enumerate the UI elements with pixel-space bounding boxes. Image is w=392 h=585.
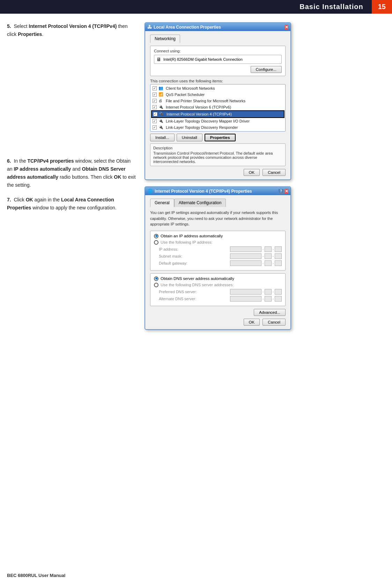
item-icon: 🔌 xyxy=(158,125,164,130)
obtain-ip-label: Obtain an IP address automatically xyxy=(161,234,223,238)
default-gateway-row: Default gateway: · · xyxy=(154,260,282,266)
item-checkbox[interactable] xyxy=(153,112,157,116)
list-item[interactable]: 🔌Link-Layer Topology Discovery Mapper I/… xyxy=(151,118,284,124)
dialog2-final-btns: OK Cancel xyxy=(150,319,286,326)
subnet-mask-row: Subnet mask: · · xyxy=(154,253,282,259)
configure-btn[interactable]: Configure... xyxy=(251,66,282,73)
page-number: 15 xyxy=(372,0,392,14)
item-icon: 👥 xyxy=(158,86,164,91)
lan-properties-dialog: 🖧 Local Area Connection Properties ✕ Net… xyxy=(145,22,291,180)
advanced-btn[interactable]: Advanced... xyxy=(254,309,286,316)
list-item[interactable]: 🔌Internet Protocol Version 4 (TCP/IPv4) xyxy=(151,110,284,118)
step5-text: Select Internet Protocol Version 4 (TCP/… xyxy=(7,23,127,37)
item-checkbox[interactable] xyxy=(153,105,157,109)
dialog1-close-btn[interactable]: ✕ xyxy=(285,25,288,30)
main-content: 5. Select Internet Protocol Version 4 (T… xyxy=(0,14,392,337)
dialog1-title: Local Area Connection Properties xyxy=(154,25,221,30)
dialog2-title: Internet Protocol Version 4 (TCP/IPv4) P… xyxy=(155,189,252,194)
dialog1-titlebar: 🖧 Local Area Connection Properties ✕ xyxy=(145,23,290,31)
default-gateway-label: Default gateway: xyxy=(159,261,230,265)
tcpip-icon: 🌐 xyxy=(147,188,153,194)
item-checkbox[interactable] xyxy=(153,86,157,90)
list-item[interactable]: 🖨File and Printer Sharing for Microsoft … xyxy=(151,98,284,104)
dialogs-column: 🖧 Local Area Connection Properties ✕ Net… xyxy=(145,22,385,330)
step6-text: In the TCP/IPv4 properties window, selec… xyxy=(7,158,136,188)
item-label: Internet Protocol Version 6 (TCP/IPv6) xyxy=(166,105,231,109)
dialog2-ok-btn[interactable]: OK xyxy=(244,319,260,326)
general-tab[interactable]: General xyxy=(150,199,174,207)
obtain-dns-row: Obtain DNS server address automatically xyxy=(154,276,282,281)
item-label: Link-Layer Topology Discovery Responder xyxy=(166,125,238,129)
dialog1-body: Networking Connect using: 🖥 Intel(R) 825… xyxy=(145,31,290,179)
manage-btns: Install... Uninstall Properties xyxy=(150,134,286,141)
networking-tab[interactable]: Networking xyxy=(150,35,180,43)
alternate-dns-input: · · xyxy=(230,296,282,302)
obtain-dns-radio[interactable] xyxy=(154,276,158,281)
dialog2-close-btn[interactable]: ✕ xyxy=(285,189,288,194)
ip-address-row: IP address: · · xyxy=(154,246,282,252)
dialog1-final-btns: OK Cancel xyxy=(150,169,286,176)
dialog2-controls: ? ✕ xyxy=(278,189,288,194)
item-label: Client for Microsoft Networks xyxy=(166,86,215,90)
adapter-name: Intel(R) 82566DM Gigabit Network Connect… xyxy=(163,57,243,61)
dns-group: Obtain DNS server address automatically … xyxy=(150,273,286,306)
titlebar-controls: ✕ xyxy=(285,25,288,30)
item-icon: 📶 xyxy=(158,92,164,97)
item-label: File and Printer Sharing for Microsoft N… xyxy=(166,99,245,103)
preferred-dns-row: Preferred DNS server: · · xyxy=(154,289,282,295)
list-item[interactable]: 🔌Internet Protocol Version 6 (TCP/IPv6) xyxy=(151,104,284,110)
step6-number: 6. xyxy=(7,158,11,164)
item-icon: 🔌 xyxy=(159,112,165,117)
use-following-ip-radio[interactable] xyxy=(154,240,158,245)
item-checkbox[interactable] xyxy=(153,125,157,129)
item-icon: 🔌 xyxy=(158,119,164,124)
item-checkbox[interactable] xyxy=(153,119,157,123)
steps-column: 5. Select Internet Protocol Version 4 (T… xyxy=(7,22,136,330)
preferred-dns-label: Preferred DNS server: xyxy=(159,290,230,294)
items-list-label: This connection uses the following items… xyxy=(150,79,286,83)
use-following-dns-row: Use the following DNS server addresses: xyxy=(154,283,282,287)
desc-text: Transmission Control Protocol/Internet P… xyxy=(153,151,282,164)
properties-btn[interactable]: Properties xyxy=(205,134,236,141)
desc-title: Description xyxy=(153,146,282,150)
adapter-icon: 🖥 xyxy=(156,57,161,62)
use-following-ip-row: Use the following IP address: xyxy=(154,240,282,245)
obtain-ip-radio[interactable] xyxy=(154,234,158,238)
tcpip-properties-dialog: 🌐 Internet Protocol Version 4 (TCP/IPv4)… xyxy=(145,186,291,330)
uninstall-btn[interactable]: Uninstall xyxy=(177,134,202,141)
list-item[interactable]: 👥Client for Microsoft Networks xyxy=(151,85,284,91)
dialog2-help-btn[interactable]: ? xyxy=(278,189,284,194)
use-following-dns-radio[interactable] xyxy=(154,283,158,287)
dialog2-titlebar: 🌐 Internet Protocol Version 4 (TCP/IPv4)… xyxy=(145,187,290,195)
description-box: Description Transmission Control Protoco… xyxy=(150,143,286,166)
dialog2-body: General Alternate Configuration You can … xyxy=(145,195,290,329)
dialog1-ok-btn[interactable]: OK xyxy=(244,169,260,176)
step7-number: 7. xyxy=(7,197,11,202)
use-following-dns-label: Use the following DNS server addresses: xyxy=(161,283,234,287)
footer: BEC 6800RUL User Manual xyxy=(7,573,65,578)
network-icon: 🖧 xyxy=(147,24,152,30)
item-checkbox[interactable] xyxy=(153,92,157,97)
chapter-title: Basic Installation xyxy=(0,0,372,14)
step5-number: 5. xyxy=(7,23,11,29)
dialog1-tabs: Networking xyxy=(150,35,286,43)
connect-using-label: Connect using: xyxy=(154,49,282,53)
item-icon: 🔌 xyxy=(158,105,164,110)
items-container: 👥Client for Microsoft Networks📶QoS Packe… xyxy=(151,85,284,131)
item-checkbox[interactable] xyxy=(153,99,157,103)
item-label: Internet Protocol Version 4 (TCP/IPv4) xyxy=(167,112,232,116)
subnet-mask-input: · · xyxy=(230,253,282,259)
list-item[interactable]: 📶QoS Packet Scheduler xyxy=(151,91,284,98)
dialog2-tabs: General Alternate Configuration xyxy=(150,199,286,207)
install-btn[interactable]: Install... xyxy=(150,134,175,141)
footer-text: BEC 6800RUL User Manual xyxy=(7,573,65,578)
item-label: Link-Layer Topology Discovery Mapper I/O… xyxy=(166,119,250,123)
dialog2-cancel-btn[interactable]: Cancel xyxy=(262,319,286,326)
preferred-dns-input: · · xyxy=(230,289,282,295)
item-label: QoS Packet Scheduler xyxy=(166,92,205,97)
dialog1-cancel-btn[interactable]: Cancel xyxy=(262,169,286,176)
default-gateway-input: · · xyxy=(230,260,282,266)
list-item[interactable]: 🔌Link-Layer Topology Discovery Responder xyxy=(151,124,284,131)
alternate-config-tab[interactable]: Alternate Configuration xyxy=(174,199,226,207)
connect-using-section: Connect using: 🖥 Intel(R) 82566DM Gigabi… xyxy=(150,46,286,76)
